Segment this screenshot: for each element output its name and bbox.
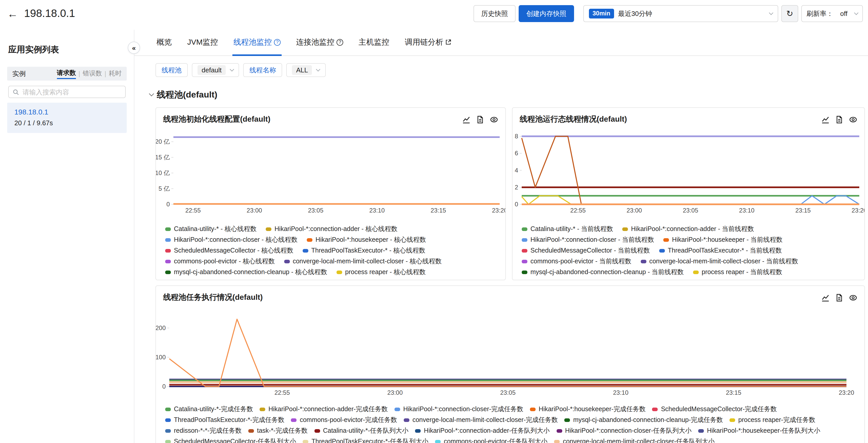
- legend-item[interactable]: process reaper - 当前线程数: [693, 268, 782, 277]
- line-chart[interactable]: 010020022:5523:0023:0523:1023:1523:20: [156, 305, 863, 397]
- help-icon[interactable]: ?: [337, 39, 343, 46]
- eye-icon[interactable]: [849, 293, 857, 302]
- legend-item[interactable]: ThreadPoolTaskExecutor-*-完成任务数: [165, 416, 284, 424]
- tab-2[interactable]: JVM监控: [187, 29, 218, 56]
- legend-swatch: [302, 249, 308, 253]
- legend-item[interactable]: ScheduledMessageCollector - 当前线程数: [522, 246, 650, 255]
- tab-4[interactable]: 连接池监控?: [296, 29, 343, 56]
- create-memory-snapshot-button[interactable]: 创建内存快照: [519, 5, 574, 22]
- refresh-rate-select[interactable]: 刷新率： off: [801, 5, 863, 22]
- legend-item[interactable]: process reaper - 核心线程数: [337, 268, 426, 277]
- history-snapshot-button[interactable]: 历史快照: [473, 5, 516, 22]
- legend-item[interactable]: converge-local-mem-limit-collect-closer …: [284, 257, 442, 266]
- legend-item[interactable]: HikariPool-*:housekeeper-完成任务数: [530, 405, 646, 414]
- eye-icon[interactable]: [849, 115, 857, 123]
- legend-item[interactable]: converge-local-mem-limit-collect-closer …: [641, 257, 798, 266]
- trend-chart-icon[interactable]: [821, 293, 830, 302]
- legend-item[interactable]: redisson-*-*-完成任务数: [165, 426, 242, 435]
- legend-item[interactable]: mysql-cj-abandoned-connection-cleanup - …: [165, 268, 327, 277]
- legend-item[interactable]: HikariPool-*:housekeeper - 当前线程数: [663, 236, 783, 244]
- legend-item[interactable]: mysql-cj-abandoned-connection-cleanup-完成…: [564, 416, 723, 424]
- legend-item[interactable]: commons-pool-evictor - 当前线程数: [522, 257, 631, 266]
- file-text-icon[interactable]: [476, 115, 484, 123]
- chart-legend: Catalina-utility-* - 核心线程数HikariPool-*:c…: [156, 219, 505, 278]
- legend-swatch: [165, 430, 171, 433]
- chart-card-running-threads: 线程池运行态线程情况(default) 0246822:5523:0023:05…: [512, 107, 865, 280]
- file-text-icon[interactable]: [835, 293, 843, 302]
- legend-item[interactable]: HikariPool-*:connection-closer - 核心线程数: [165, 236, 298, 244]
- external-link-icon: [445, 39, 452, 45]
- legend-item[interactable]: mysql-cj-abandoned-connection-cleanup - …: [522, 268, 684, 277]
- legend-row: HikariPool-*:connection-closer - 核心线程数Hi…: [165, 235, 505, 245]
- legend-item[interactable]: HikariPool-*:connection-adder-任务队列大小: [415, 426, 550, 435]
- legend-item[interactable]: ScheduledMessageCollector-任务队列大小: [165, 437, 296, 443]
- legend-item[interactable]: commons-pool-evictor-完成任务数: [291, 416, 397, 424]
- charts-row: 线程池初始化线程配置(default) 05 亿10 亿15 亿20 亿22:5…: [155, 107, 868, 280]
- legend-item[interactable]: HikariPool-*:connection-closer-任务队列大小: [556, 426, 691, 435]
- y-tick-label: 20 亿: [156, 138, 170, 145]
- legend-label: converge-local-mem-limit-collect-closer …: [649, 257, 798, 266]
- line-chart[interactable]: 05 亿10 亿15 亿20 亿22:5523:0023:0523:1023:1…: [156, 127, 505, 217]
- tab-1[interactable]: 概览: [156, 29, 172, 56]
- search-input[interactable]: [23, 88, 121, 96]
- card-header: 线程池任务执行情况(default): [156, 286, 864, 305]
- legend-item[interactable]: Catalina-utility-*-任务队列大小: [314, 426, 408, 435]
- legend-item[interactable]: converge-local-mem-limit-collect-closer-…: [404, 416, 558, 424]
- legend-row: commons-pool-evictor - 核心线程数converge-loc…: [165, 256, 505, 267]
- thread-name-select[interactable]: ALL: [286, 63, 326, 77]
- back-icon[interactable]: ←: [7, 8, 18, 19]
- legend-swatch: [564, 419, 570, 422]
- legend-item[interactable]: ScheduledMessageCollector-完成任务数: [652, 405, 777, 414]
- legend-item[interactable]: ThreadPoolTaskExecutor-* - 当前线程数: [659, 246, 782, 255]
- tab-5[interactable]: 主机监控: [359, 29, 390, 56]
- legend-item[interactable]: HikariPool-*:connection-adder-完成任务数: [259, 405, 388, 414]
- sort-separator: |: [105, 70, 106, 77]
- legend-item[interactable]: HikariPool-*:connection-closer-完成任务数: [395, 405, 523, 414]
- legend-item[interactable]: process reaper-完成任务数: [730, 416, 815, 424]
- legend-item[interactable]: HikariPool-*:housekeeper - 核心线程数: [307, 236, 426, 244]
- series-line: [169, 319, 846, 387]
- legend-label: converge-local-mem-limit-collect-closer-…: [412, 416, 558, 424]
- sort-option-3[interactable]: 耗时: [109, 69, 122, 78]
- file-text-icon[interactable]: [835, 115, 843, 123]
- legend-item[interactable]: task-*-完成任务数: [248, 426, 308, 435]
- card-header: 线程池初始化线程配置(default): [156, 108, 505, 127]
- legend-item[interactable]: HikariPool-*:connection-adder - 当前线程数: [622, 225, 754, 234]
- legend-item[interactable]: ThreadPoolTaskExecutor-*-任务队列大小: [303, 437, 429, 443]
- refresh-button[interactable]: ↻: [781, 5, 798, 22]
- trend-chart-icon[interactable]: [821, 115, 830, 123]
- legend-label: redisson-*-*-完成任务数: [174, 426, 242, 435]
- instance-list-item-selected[interactable]: 198.18.0.1 20 / 1 / 9.67s: [7, 103, 127, 133]
- chart-title: 线程池运行态线程情况(default): [520, 115, 627, 124]
- eye-icon[interactable]: [490, 115, 498, 123]
- legend-item[interactable]: ScheduledMessageCollector - 核心线程数: [165, 246, 293, 255]
- legend-swatch: [165, 260, 171, 263]
- legend-item[interactable]: Catalina-utility-* - 核心线程数: [165, 225, 256, 234]
- trend-chart-icon[interactable]: [462, 115, 470, 123]
- topbar-left: ← 198.18.0.1: [7, 7, 75, 20]
- instance-list-header: 实例 请求数|错误数|耗时: [7, 67, 127, 81]
- section-header[interactable]: 线程池(default): [150, 89, 868, 100]
- card-actions: [462, 115, 498, 123]
- sort-option-2[interactable]: 错误数: [83, 69, 102, 78]
- legend-item[interactable]: HikariPool-*:connection-closer - 当前线程数: [522, 236, 654, 244]
- legend-item[interactable]: Catalina-utility-* - 当前线程数: [522, 225, 613, 234]
- legend-label: HikariPool-*:connection-closer - 核心线程数: [174, 236, 298, 244]
- tab-6[interactable]: 调用链分析: [405, 29, 452, 56]
- legend-label: converge-local-mem-limit-collect-closer …: [293, 257, 442, 266]
- legend-item[interactable]: HikariPool-*:housekeeper-任务队列大小: [698, 426, 820, 435]
- thread-pool-select[interactable]: default: [192, 63, 239, 77]
- sort-option-1[interactable]: 请求数: [57, 68, 76, 79]
- legend-item[interactable]: commons-pool-evictor - 核心线程数: [165, 257, 275, 266]
- time-range-select[interactable]: 30min 最近30分钟: [583, 5, 778, 22]
- legend-item[interactable]: ThreadPoolTaskExecutor-* - 核心线程数: [302, 246, 425, 255]
- legend-label: process reaper-完成任务数: [738, 416, 815, 424]
- legend-item[interactable]: Catalina-utility-*-完成任务数: [165, 405, 253, 414]
- legend-item[interactable]: commons-pool-evictor-任务队列大小: [435, 437, 547, 443]
- legend-item[interactable]: converge-local-mem-limit-collect-closer-…: [554, 437, 715, 443]
- legend-item[interactable]: HikariPool-*:connection-adder - 核心线程数: [266, 225, 397, 234]
- help-icon[interactable]: ?: [274, 39, 281, 46]
- tab-3[interactable]: 线程池监控?: [234, 29, 281, 56]
- sidebar-collapse-button[interactable]: «: [128, 41, 140, 54]
- line-chart[interactable]: 0246822:5523:0023:0523:1023:1523:20: [513, 127, 864, 217]
